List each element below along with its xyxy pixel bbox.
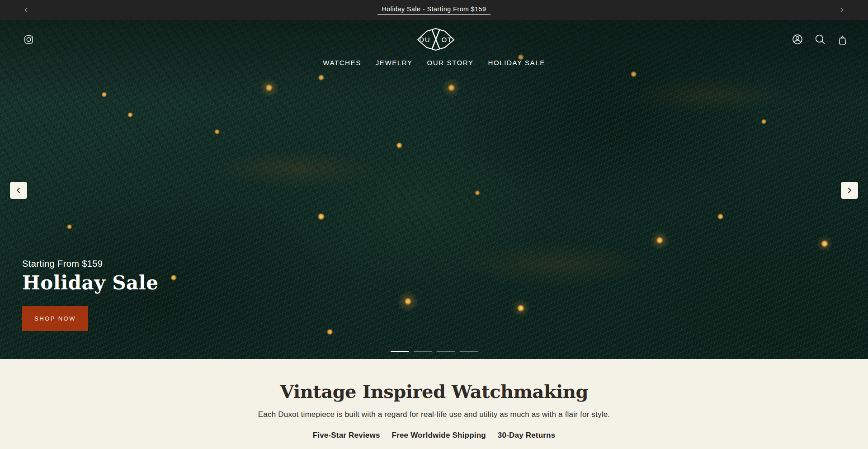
hero-section: DU OT (0, 20, 868, 359)
intro-heading: Vintage Inspired Watchmaking (0, 381, 868, 402)
slide-indicator-3[interactable] (437, 351, 455, 352)
feature-returns: 30-Day Returns (498, 431, 556, 440)
nav-item-our-story[interactable]: OUR STORY (427, 57, 474, 68)
nav-item-jewelry[interactable]: JEWELRY (376, 57, 413, 68)
cart-icon (837, 34, 848, 45)
search-icon (814, 33, 826, 45)
hero-eyebrow: Starting From $159 (22, 259, 158, 269)
instagram-icon (24, 34, 34, 45)
feature-shipping: Free Worldwide Shipping (392, 431, 486, 440)
feature-reviews: Five-Star Reviews (313, 431, 380, 440)
logo-letters-left: DU (419, 36, 430, 43)
instagram-link[interactable] (23, 33, 35, 46)
slide-indicator-4[interactable] (460, 351, 478, 352)
site-header: DU OT (0, 20, 868, 52)
shop-now-button[interactable]: SHOP NOW (22, 306, 88, 331)
chevron-left-icon (15, 187, 22, 194)
announcement-bar: Holiday Sale - Starting From $159 (0, 0, 868, 20)
announcement-link[interactable]: Holiday Sale - Starting From $159 (377, 5, 491, 15)
search-button[interactable] (813, 33, 827, 46)
slide-indicator-2[interactable] (414, 351, 432, 352)
intro-section: Vintage Inspired Watchmaking Each Duxot … (0, 359, 868, 449)
slideshow-prev-button[interactable] (10, 182, 27, 199)
hero-title: Holiday Sale (22, 273, 158, 293)
nav-item-holiday-sale[interactable]: HOLIDAY SALE (488, 57, 545, 68)
slideshow-next-button[interactable] (841, 182, 858, 199)
hero-content: Starting From $159 Holiday Sale SHOP NOW (22, 259, 158, 331)
main-nav: WATCHES JEWELRY OUR STORY HOLIDAY SALE (0, 57, 868, 68)
logo-letters-right: OT (442, 36, 453, 43)
slideshow-pagination (0, 351, 868, 352)
slide-indicator-1[interactable] (391, 351, 409, 352)
logo-duxot[interactable]: DU OT (417, 26, 455, 52)
feature-list: Five-Star Reviews Free Worldwide Shippin… (0, 431, 868, 440)
nav-item-watches[interactable]: WATCHES (323, 57, 361, 68)
chevron-left-icon (24, 7, 29, 13)
intro-subheading: Each Duxot timepiece is built with a reg… (0, 410, 868, 419)
cart-button[interactable] (836, 33, 849, 46)
account-button[interactable] (791, 33, 804, 46)
chevron-right-icon (839, 7, 844, 13)
announcement-next-button[interactable] (836, 5, 847, 15)
announcement-prev-button[interactable] (21, 5, 32, 15)
chevron-right-icon (846, 187, 853, 194)
account-icon (792, 33, 803, 45)
